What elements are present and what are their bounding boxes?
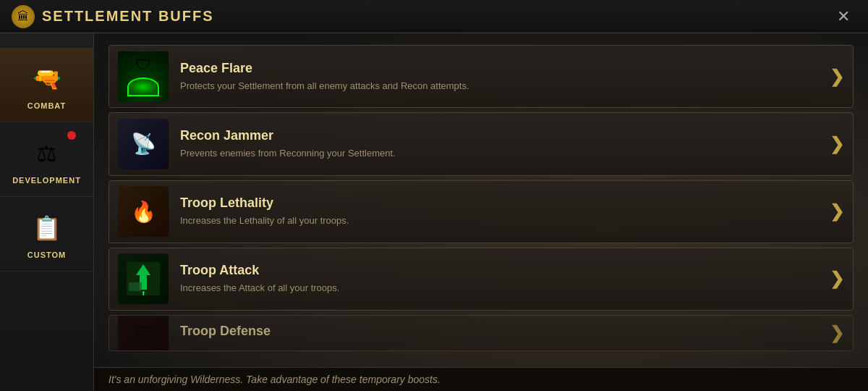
buff-name-troop-defense: Troop Defense (180, 324, 821, 339)
buff-desc-peace-flare: Protects your Settlement from all enemy … (180, 80, 821, 93)
buff-item-recon-jammer[interactable]: 📡 Recon Jammer Prevents enemies from Rec… (109, 112, 854, 175)
main-content: Peace Flare Protects your Settlement fro… (94, 33, 868, 391)
sidebar: 🔫 COMBAT ⚖ DEVELOPMENT 📋 CUSTOM (0, 33, 94, 391)
troop-lethality-icon: 🔥 (118, 186, 169, 237)
buff-name-troop-lethality: Troop Lethality (180, 196, 821, 211)
recon-jammer-icon: 📡 (118, 119, 169, 169)
notification-badge (67, 131, 76, 140)
sidebar-item-development[interactable]: ⚖ DEVELOPMENT (0, 122, 93, 197)
svg-rect-2 (129, 282, 142, 291)
development-icon: ⚖ (27, 134, 67, 173)
buff-desc-troop-attack: Increases the Attack of all your troops. (180, 282, 821, 295)
buff-item-troop-lethality[interactable]: 🔥 Troop Lethality Increases the Lethalit… (109, 180, 854, 243)
custom-icon: 📋 (27, 209, 67, 248)
title-left: 🏛 SETTLEMENT BUFFS (12, 5, 214, 28)
buff-thumb-troop-attack: ⬆ (118, 253, 169, 304)
buff-info-recon-jammer: Recon Jammer Prevents enemies from Recon… (180, 128, 821, 160)
close-button[interactable]: ✕ (830, 4, 856, 30)
svg-text:⬆: ⬆ (141, 290, 146, 297)
sidebar-label-custom: CUSTOM (27, 251, 66, 259)
troop-defense-icon: 🛡 (118, 315, 169, 351)
buff-name-troop-attack: Troop Attack (180, 263, 821, 278)
buff-item-troop-defense[interactable]: 🛡 Troop Defense ❯ (109, 315, 854, 351)
buff-desc-troop-lethality: Increases the Lethality of all your troo… (180, 214, 821, 227)
arrow-icon-troop-lethality: ❯ (830, 201, 844, 222)
sidebar-item-custom[interactable]: 📋 CUSTOM (0, 197, 93, 272)
combat-icon: 🔫 (27, 59, 67, 98)
arrow-icon-peace-flare: ❯ (830, 67, 844, 87)
buff-thumb-troop-defense: 🛡 (118, 315, 169, 351)
page-title: SETTLEMENT BUFFS (42, 8, 214, 25)
buff-item-troop-attack[interactable]: ⬆ Troop Attack Increases the Attack of a… (109, 248, 854, 311)
buff-item-peace-flare[interactable]: Peace Flare Protects your Settlement fro… (109, 45, 854, 108)
buff-info-troop-lethality: Troop Lethality Increases the Lethality … (180, 196, 821, 227)
peace-flare-icon (118, 51, 169, 102)
buff-thumb-peace-flare (118, 51, 169, 102)
arrow-icon-troop-defense: ❯ (830, 323, 844, 343)
buff-name-peace-flare: Peace Flare (180, 61, 821, 76)
footer-text: It's an unforgiving Wilderness. Take adv… (109, 374, 441, 385)
bottom-bar: It's an unforgiving Wilderness. Take adv… (94, 367, 868, 391)
title-bar: 🏛 SETTLEMENT BUFFS ✕ (0, 0, 868, 33)
buff-desc-recon-jammer: Prevents enemies from Reconning your Set… (180, 147, 821, 160)
troop-attack-icon: ⬆ (118, 253, 169, 304)
buff-thumb-troop-lethality: 🔥 (118, 186, 169, 237)
buff-name-recon-jammer: Recon Jammer (180, 128, 821, 143)
buff-thumb-recon-jammer: 📡 (118, 119, 169, 169)
sidebar-label-combat: COMBAT (27, 101, 66, 110)
sidebar-item-combat[interactable]: 🔫 COMBAT (0, 48, 93, 122)
arrow-icon-recon-jammer: ❯ (830, 134, 844, 154)
buff-info-troop-defense: Troop Defense (180, 324, 821, 342)
buff-info-troop-attack: Troop Attack Increases the Attack of all… (180, 263, 821, 295)
buff-info-peace-flare: Peace Flare Protects your Settlement fro… (180, 61, 821, 93)
buff-list: Peace Flare Protects your Settlement fro… (94, 33, 868, 367)
title-icon: 🏛 (12, 5, 35, 28)
arrow-icon-troop-attack: ❯ (830, 269, 844, 289)
sidebar-label-development: DEVELOPMENT (12, 176, 81, 185)
